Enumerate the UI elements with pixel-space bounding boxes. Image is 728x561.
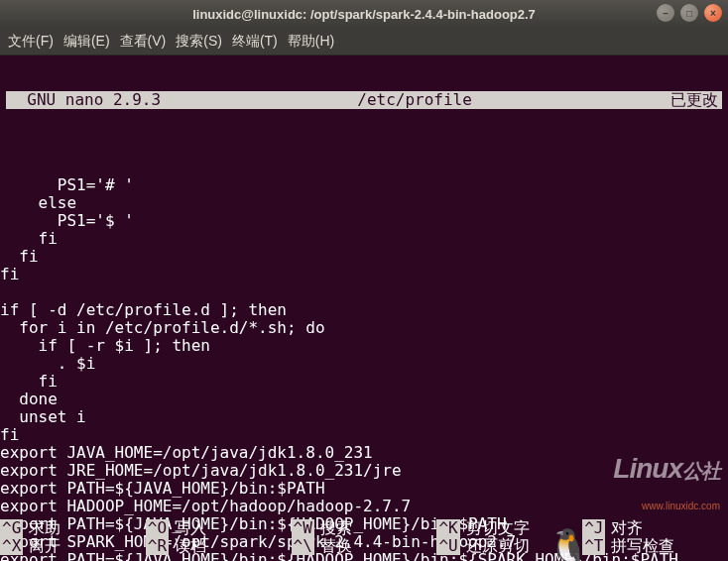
nano-shortcuts: ^G求助^O写入^W搜索^K剪切文字^J对齐^X离开^R读档^\替换^U还原剪切… xyxy=(0,519,728,555)
editor-line[interactable]: fi xyxy=(0,248,728,266)
shortcut-label: 拼写检查 xyxy=(611,537,674,555)
editor-line[interactable]: export JRE_HOME=/opt/java/jdk1.8.0_231/j… xyxy=(0,462,728,480)
close-button[interactable]: × xyxy=(704,4,722,22)
menubar: 文件(F) 编辑(E) 查看(V) 搜索(S) 终端(T) 帮助(H) xyxy=(0,28,728,56)
minimize-button[interactable]: – xyxy=(657,4,674,22)
shortcut-label: 读档 xyxy=(175,537,206,555)
shortcut-item: ^G求助 xyxy=(0,519,146,537)
menu-help[interactable]: 帮助(H) xyxy=(288,33,334,51)
editor-line[interactable] xyxy=(0,283,728,301)
editor-line[interactable]: if [ -r $i ]; then xyxy=(0,337,728,355)
shortcut-key: ^W xyxy=(292,519,314,537)
editor-line[interactable]: else xyxy=(0,194,728,212)
nano-header: GNU nano 2.9.3 /etc/profile 已更改 xyxy=(6,91,722,109)
shortcut-key: ^K xyxy=(436,519,459,537)
shortcut-label: 剪切文字 xyxy=(466,519,530,537)
shortcut-item: ^J对齐 xyxy=(582,519,728,537)
shortcut-key: ^G xyxy=(0,519,23,537)
shortcut-item: ^\替换 xyxy=(292,537,437,555)
shortcut-key: ^\ xyxy=(292,537,314,555)
menu-terminal[interactable]: 终端(T) xyxy=(232,33,278,51)
shortcut-label: 还原剪切 xyxy=(466,537,530,555)
shortcut-label: 替换 xyxy=(320,537,352,555)
nano-filename: /etc/profile xyxy=(163,91,667,109)
editor-line[interactable]: if [ -d /etc/profile.d ]; then xyxy=(0,301,728,319)
editor-line[interactable]: fi xyxy=(0,373,728,391)
nano-app-name: GNU nano 2.9.3 xyxy=(6,91,163,109)
menu-edit[interactable]: 编辑(E) xyxy=(63,33,110,51)
editor-line[interactable]: fi xyxy=(0,266,728,283)
window-titlebar: linuxidc@linuxidc: /opt/spark/spark-2.4.… xyxy=(0,0,728,28)
shortcut-item: ^R读档 xyxy=(146,537,292,555)
editor-line[interactable]: PS1='$ ' xyxy=(0,212,728,230)
editor-line[interactable]: unset i xyxy=(0,408,728,426)
shortcut-key: ^T xyxy=(582,537,605,555)
shortcut-label: 离开 xyxy=(29,537,61,555)
shortcut-key: ^O xyxy=(146,519,169,537)
editor-line[interactable]: for i in /etc/profile.d/*.sh; do xyxy=(0,319,728,337)
shortcut-key: ^R xyxy=(146,537,169,555)
shortcut-item: ^U还原剪切 xyxy=(436,537,582,555)
terminal-area[interactable]: GNU nano 2.9.3 /etc/profile 已更改 PS1='# '… xyxy=(0,56,728,561)
editor-line[interactable]: fi xyxy=(0,230,728,248)
menu-view[interactable]: 查看(V) xyxy=(120,33,167,51)
shortcut-label: 搜索 xyxy=(320,519,352,537)
shortcut-key: ^J xyxy=(582,519,605,537)
editor-line[interactable]: export JAVA_HOME=/opt/java/jdk1.8.0_231 xyxy=(0,444,728,462)
shortcut-key: ^U xyxy=(436,537,459,555)
shortcut-item: ^O写入 xyxy=(146,519,292,537)
editor-line[interactable]: export HADOOP_HOME=/opt/hadoop/hadoop-2.… xyxy=(0,498,728,515)
shortcut-label: 求助 xyxy=(29,519,61,537)
shortcut-item: ^K剪切文字 xyxy=(436,519,582,537)
window-controls: – □ × xyxy=(657,4,722,22)
editor-line[interactable]: . $i xyxy=(0,355,728,373)
shortcut-label: 写入 xyxy=(175,519,206,537)
window-title: linuxidc@linuxidc: /opt/spark/spark-2.4.… xyxy=(192,7,536,22)
menu-search[interactable]: 搜索(S) xyxy=(176,33,222,51)
shortcut-item: ^X离开 xyxy=(0,537,146,555)
shortcut-item: ^T拼写检查 xyxy=(582,537,728,555)
nano-status: 已更改 xyxy=(667,91,722,109)
menu-file[interactable]: 文件(F) xyxy=(8,33,54,51)
editor-line[interactable]: export PATH=${JAVA_HOME}/bin:$PATH xyxy=(0,480,728,498)
shortcut-item: ^W搜索 xyxy=(292,519,437,537)
maximize-button[interactable]: □ xyxy=(680,4,698,22)
editor-line[interactable]: fi xyxy=(0,426,728,444)
editor-line[interactable]: PS1='# ' xyxy=(0,176,728,194)
shortcut-label: 对齐 xyxy=(611,519,643,537)
editor-content[interactable]: PS1='# ' else PS1='$ ' fi fifi if [ -d /… xyxy=(0,163,728,561)
shortcut-key: ^X xyxy=(0,537,23,555)
editor-line[interactable]: done xyxy=(0,391,728,408)
